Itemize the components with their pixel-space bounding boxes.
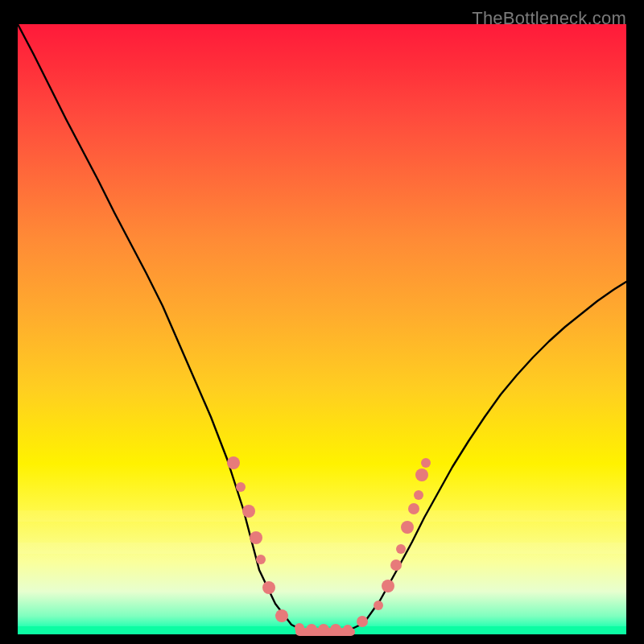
data-markers xyxy=(227,456,431,635)
data-marker xyxy=(318,624,329,635)
data-marker xyxy=(401,521,414,534)
data-marker xyxy=(295,623,304,633)
data-marker xyxy=(262,581,275,594)
curve-svg xyxy=(18,24,626,634)
data-marker xyxy=(306,624,317,635)
data-marker xyxy=(343,625,353,634)
data-marker xyxy=(374,601,383,610)
data-marker xyxy=(227,456,240,469)
data-marker xyxy=(421,458,431,468)
data-marker xyxy=(414,490,423,500)
data-marker xyxy=(275,609,288,622)
data-marker xyxy=(408,503,419,514)
chart-frame: TheBottleneck.com xyxy=(8,8,636,636)
bottleneck-curve xyxy=(18,24,626,634)
data-marker xyxy=(390,559,402,571)
plot-area xyxy=(18,24,626,634)
data-marker xyxy=(357,616,368,627)
data-marker xyxy=(382,580,394,592)
data-marker xyxy=(236,482,246,492)
data-marker xyxy=(256,555,266,564)
data-marker xyxy=(242,505,255,518)
data-marker xyxy=(250,531,262,544)
data-marker xyxy=(396,544,406,554)
data-marker xyxy=(330,624,341,635)
data-marker xyxy=(415,469,428,481)
